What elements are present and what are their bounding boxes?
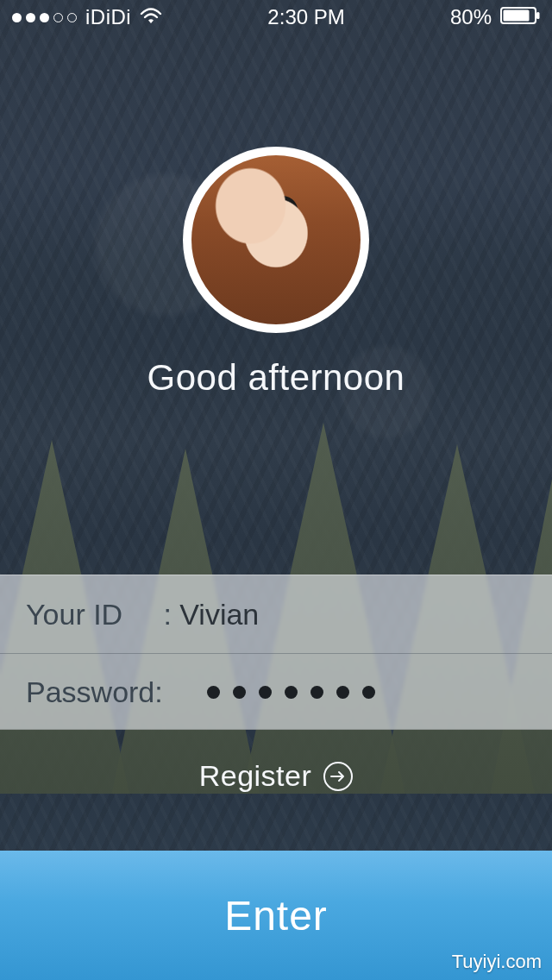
id-label: Your ID : xyxy=(26,598,179,631)
status-bar: iDiDi 2:30 PM 80% xyxy=(0,0,552,35)
password-field-row[interactable]: Password: xyxy=(0,653,552,731)
wifi-icon xyxy=(140,5,162,29)
battery-percentage: 80% xyxy=(450,5,492,29)
id-input[interactable] xyxy=(179,598,523,631)
id-field-row[interactable]: Your ID : xyxy=(0,575,552,653)
avatar-image xyxy=(191,155,361,324)
watermark: Tuyiyi.com xyxy=(452,951,542,973)
register-link[interactable]: Register xyxy=(199,759,354,793)
status-bar-left: iDiDi xyxy=(12,5,162,29)
avatar[interactable] xyxy=(183,147,369,333)
battery-icon xyxy=(500,5,540,29)
profile-section: Good afternoon xyxy=(0,147,552,399)
signal-strength-icon xyxy=(12,13,77,22)
carrier-label: iDiDi xyxy=(85,5,131,29)
status-bar-time: 2:30 PM xyxy=(267,5,344,29)
login-form: Your ID : Password: xyxy=(0,575,552,730)
svg-rect-2 xyxy=(536,12,540,19)
greeting-text: Good afternoon xyxy=(147,357,405,399)
password-input[interactable] xyxy=(207,686,375,699)
svg-rect-1 xyxy=(503,10,529,22)
status-bar-right: 80% xyxy=(450,5,540,29)
password-label: Password: xyxy=(26,675,207,709)
register-label: Register xyxy=(199,759,312,793)
arrow-right-circle-icon xyxy=(323,762,353,791)
